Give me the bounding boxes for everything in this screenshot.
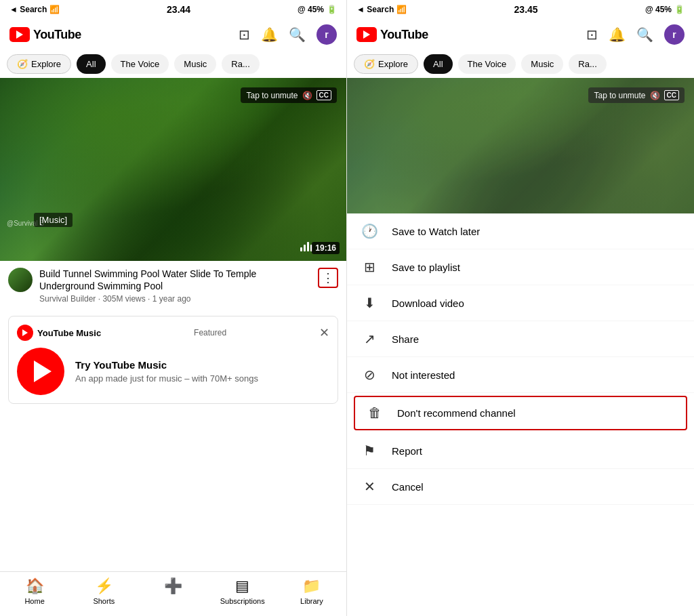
yt-music-description: Try YouTube Music An app made just for m… (75, 359, 258, 384)
playlist-icon: ⊞ (361, 259, 378, 275)
home-icon: 🏠 (26, 577, 44, 595)
menu-item-download[interactable]: ⬇ Download video (347, 285, 694, 321)
channel-name: Survival Builder (39, 294, 96, 304)
right-search-icon[interactable]: 🔍 (636, 26, 653, 43)
right-header-icons: ⊡ 🔔 🔍 r (586, 24, 685, 45)
menu-item-save-playlist[interactable]: ⊞ Save to playlist (347, 249, 694, 285)
tab-all[interactable]: All (77, 54, 105, 74)
tab-more[interactable]: Ra... (222, 54, 259, 74)
cast-icon[interactable]: ⊡ (239, 26, 250, 43)
menu-item-dont-recommend[interactable]: 🗑 Don't recommend channel (354, 396, 687, 430)
right-tab-more[interactable]: Ra... (569, 54, 606, 74)
left-video-info: Build Tunnel Swimming Pool Water Slide T… (0, 261, 346, 310)
three-dot-button[interactable]: ⋮ (318, 268, 338, 288)
nav-create[interactable]: ➕ (138, 577, 207, 605)
right-bell-icon[interactable]: 🔔 (609, 26, 626, 43)
menu-label-share: Share (392, 333, 419, 345)
right-explore-compass-icon: 🧭 (364, 59, 375, 69)
explore-compass-icon: 🧭 (17, 59, 28, 69)
featured-label: Featured (194, 328, 226, 337)
shorts-label: Shorts (93, 597, 115, 605)
search-icon[interactable]: 🔍 (289, 26, 306, 43)
yt-music-logo-icon (17, 325, 33, 341)
library-label: Library (300, 597, 323, 605)
right-youtube-logo[interactable]: YouTube (356, 27, 428, 42)
left-status-left: ◄ Search 📶 (9, 5, 60, 14)
menu-item-report[interactable]: ⚑ Report (347, 433, 694, 469)
battery-icon: 🔋 (327, 5, 337, 14)
left-video-thumbnail[interactable]: Tap to unmute 🔇 CC @Survival B [Music] 1… (0, 78, 346, 261)
right-tab-music[interactable]: Music (521, 54, 563, 74)
signal-icon: 📶 (49, 5, 60, 14)
yt-music-card: YouTube Music Featured ✕ Try YouTube Mus… (8, 316, 338, 404)
tab-music[interactable]: Music (174, 54, 216, 74)
tab-explore[interactable]: 🧭 Explore (7, 54, 71, 74)
left-yt-header: YouTube ⊡ 🔔 🔍 r (0, 19, 346, 50)
nav-shorts[interactable]: ⚡ Shorts (69, 577, 138, 605)
dont-recommend-icon: 🗑 (366, 405, 384, 421)
music-label: [Music] (34, 213, 73, 227)
menu-item-save-watch-later[interactable]: 🕐 Save to Watch later (347, 213, 694, 249)
right-cast-icon[interactable]: ⊡ (586, 26, 598, 43)
video-meta: Build Tunnel Swimming Pool Water Slide T… (39, 268, 311, 304)
right-tap-unmute-text: Tap to unmute (594, 91, 645, 100)
avatar[interactable]: r (317, 24, 337, 45)
tap-unmute-text: Tap to unmute (246, 91, 298, 100)
menu-label-not-interested: Not interested (392, 369, 455, 381)
yt-music-big-logo[interactable] (17, 348, 64, 395)
download-icon: ⬇ (361, 295, 378, 311)
tab-the-voice[interactable]: The Voice (111, 54, 169, 74)
menu-label-cancel: Cancel (392, 481, 424, 493)
video-title[interactable]: Build Tunnel Swimming Pool Water Slide T… (39, 268, 311, 292)
right-yt-header: YouTube ⊡ 🔔 🔍 r (347, 19, 694, 50)
yt-music-name: YouTube Music (37, 328, 101, 338)
yt-music-logo: YouTube Music (17, 325, 101, 341)
tap-unmute-badge[interactable]: Tap to unmute 🔇 CC (241, 87, 337, 103)
nav-library[interactable]: 📁 Library (277, 577, 346, 605)
right-status-left: ◄ Search 📶 (356, 5, 407, 14)
right-status-bar: ◄ Search 📶 23.45 @ 45% 🔋 (347, 0, 694, 19)
channel-avatar[interactable] (8, 268, 33, 292)
mute-icon: 🔇 (302, 91, 312, 100)
close-card-button[interactable]: ✕ (319, 325, 329, 340)
watch-later-icon: 🕐 (361, 223, 378, 239)
right-battery-icon: 🔋 (674, 5, 685, 14)
right-yt-logo-text: YouTube (380, 28, 428, 42)
context-menu: 🕐 Save to Watch later ⊞ Save to playlist… (347, 213, 694, 616)
share-icon: ↗ (361, 331, 378, 347)
left-panel: ◄ Search 📶 23.44 @ 45% 🔋 YouTube ⊡ 🔔 🔍 r… (0, 0, 347, 616)
left-yt-logo-text: YouTube (33, 28, 81, 42)
right-tab-the-voice[interactable]: The Voice (458, 54, 516, 74)
menu-label-dont-recommend: Don't recommend channel (397, 407, 516, 419)
right-mute-icon: 🔇 (650, 91, 660, 100)
view-count: 305M views (102, 294, 145, 304)
right-cc-badge[interactable]: CC (664, 90, 679, 100)
back-search-label: ◄ Search (9, 5, 47, 14)
right-tab-explore[interactable]: 🧭 Explore (354, 54, 418, 74)
audio-bars-icon (300, 241, 312, 251)
menu-item-cancel[interactable]: ✕ Cancel (347, 469, 694, 505)
duration-badge: 19:16 (312, 242, 340, 254)
yt-music-title: Try YouTube Music (75, 359, 258, 371)
right-back-search-label: ◄ Search (356, 5, 394, 14)
bell-icon[interactable]: 🔔 (261, 26, 278, 43)
nav-subscriptions[interactable]: ▤ Subscriptions (208, 577, 277, 605)
cc-badge[interactable]: CC (317, 90, 331, 100)
right-video-thumbnail: Tap to unmute 🔇 CC (347, 78, 694, 213)
right-tap-unmute-badge[interactable]: Tap to unmute 🔇 CC (588, 87, 685, 103)
right-signal-icon: 📶 (396, 5, 407, 14)
home-label: Home (24, 597, 44, 605)
right-yt-logo-icon (356, 27, 377, 42)
menu-label-report: Report (392, 445, 422, 457)
left-youtube-logo[interactable]: YouTube (9, 27, 81, 42)
menu-item-not-interested[interactable]: ⊘ Not interested (347, 357, 694, 393)
nav-home[interactable]: 🏠 Home (0, 577, 69, 605)
subscriptions-icon: ▤ (235, 577, 249, 595)
yt-music-card-header: YouTube Music Featured ✕ (17, 325, 329, 341)
yt-music-card-body: Try YouTube Music An app made just for m… (17, 348, 329, 395)
right-tab-all[interactable]: All (424, 54, 452, 74)
left-yt-logo-icon (9, 27, 30, 42)
right-avatar[interactable]: r (664, 24, 685, 45)
left-filter-tabs: 🧭 Explore All The Voice Music Ra... (0, 50, 346, 78)
menu-item-share[interactable]: ↗ Share (347, 321, 694, 357)
